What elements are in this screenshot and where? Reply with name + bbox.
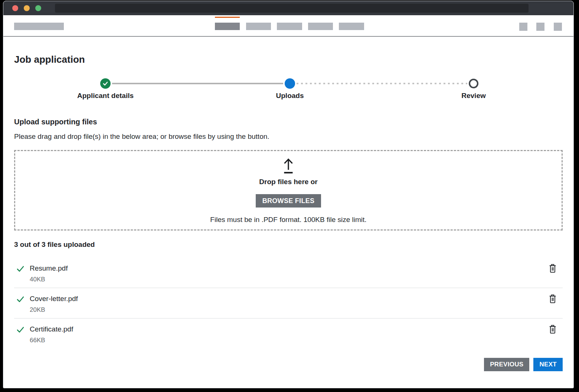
trash-icon: [549, 294, 557, 304]
file-size: 20KB: [30, 306, 78, 314]
file-name: Cover-letter.pdf: [30, 294, 78, 304]
nav-item-5[interactable]: [339, 23, 364, 30]
previous-button[interactable]: PREVIOUS: [484, 358, 529, 371]
step-circle-uploads[interactable]: [285, 78, 295, 89]
progress-stepper: Applicant details Uploads Review: [14, 75, 563, 104]
site-navbar: [3, 15, 573, 37]
nav-item-1-active[interactable]: [215, 23, 240, 30]
nav-icon-placeholder-1[interactable]: [519, 23, 527, 31]
address-bar[interactable]: [55, 4, 529, 13]
main-content: Job application Applicant details Upload…: [3, 53, 573, 371]
nav-icon-placeholder-2[interactable]: [536, 23, 544, 31]
upload-section-title: Upload supporting files: [14, 117, 563, 127]
files-uploaded-summary: 3 out of 3 files uploaded: [14, 240, 563, 249]
file-row-certificate: Certificate.pdf 66KB: [14, 318, 563, 349]
minimize-window-button[interactable]: [24, 5, 30, 11]
logo-placeholder: [14, 23, 64, 30]
file-format-hint: Files must be in .PDF format. 100KB file…: [210, 215, 366, 225]
browser-window: Job application Applicant details Upload…: [3, 1, 574, 388]
nav-item-3[interactable]: [277, 23, 302, 30]
file-size: 40KB: [30, 275, 68, 284]
maximize-window-button[interactable]: [35, 5, 41, 11]
nav-icon-placeholder-3[interactable]: [554, 23, 562, 31]
delete-file-button[interactable]: [549, 264, 557, 273]
nav-item-4[interactable]: [308, 23, 333, 30]
nav-item-2[interactable]: [246, 23, 271, 30]
step-circle-review[interactable]: [469, 79, 478, 88]
browse-files-button[interactable]: BROWSE FILES: [256, 194, 321, 208]
step-label-review: Review: [461, 92, 485, 100]
wizard-footer: PREVIOUS NEXT: [14, 358, 563, 371]
upload-arrow-icon: [279, 156, 297, 174]
file-uploaded-check-icon: [16, 295, 24, 303]
close-window-button[interactable]: [12, 5, 18, 11]
uploaded-file-list: Resume.pdf 40KB: [14, 258, 563, 349]
file-uploaded-check-icon: [16, 326, 24, 334]
next-button[interactable]: NEXT: [533, 358, 563, 371]
step-label-applicant-details: Applicant details: [77, 92, 134, 100]
window-controls: [12, 5, 41, 11]
delete-file-button[interactable]: [549, 294, 557, 304]
step-connector-dotted: [297, 83, 467, 84]
file-uploaded-check-icon: [16, 265, 24, 273]
drop-files-text: Drop files here or: [259, 177, 317, 187]
step-connector-solid: [112, 83, 283, 84]
trash-icon: [549, 264, 557, 273]
step-circle-applicant-details[interactable]: [100, 78, 111, 89]
active-nav-accent: [215, 17, 240, 18]
delete-file-button[interactable]: [549, 324, 557, 334]
step-label-uploads: Uploads: [276, 92, 304, 100]
file-size: 66KB: [30, 336, 73, 344]
file-dropzone[interactable]: Drop files here or BROWSE FILES Files mu…: [14, 150, 563, 231]
browser-titlebar: [3, 1, 573, 15]
trash-icon: [549, 324, 557, 334]
file-name: Certificate.pdf: [30, 324, 73, 334]
file-row-resume: Resume.pdf 40KB: [14, 258, 563, 288]
check-icon: [102, 81, 108, 86]
page-title: Job application: [14, 53, 563, 66]
upload-section-description: Please drag and drop file(s) in the belo…: [14, 132, 563, 141]
file-row-cover-letter: Cover-letter.pdf 20KB: [14, 288, 563, 318]
file-name: Resume.pdf: [30, 264, 68, 273]
